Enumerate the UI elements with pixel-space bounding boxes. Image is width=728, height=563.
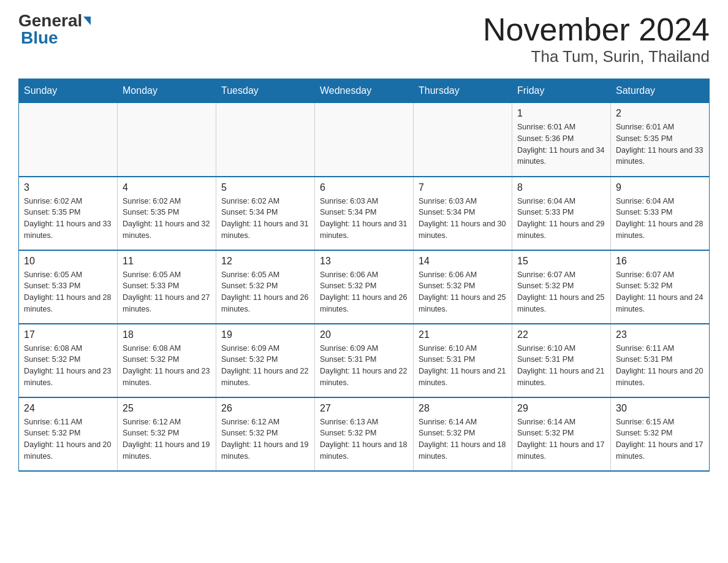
calendar-cell: 25Sunrise: 6:12 AMSunset: 5:32 PMDayligh… xyxy=(118,397,216,471)
day-info: Sunrise: 6:15 AMSunset: 5:32 PMDaylight:… xyxy=(616,416,704,462)
day-number: 24 xyxy=(24,403,112,414)
day-number: 25 xyxy=(123,403,211,414)
calendar-cell: 26Sunrise: 6:12 AMSunset: 5:32 PMDayligh… xyxy=(216,397,315,471)
calendar-cell: 27Sunrise: 6:13 AMSunset: 5:32 PMDayligh… xyxy=(315,397,414,471)
day-number: 3 xyxy=(24,182,112,193)
calendar-week-row: 10Sunrise: 6:05 AMSunset: 5:33 PMDayligh… xyxy=(19,250,710,324)
day-number: 30 xyxy=(616,403,704,414)
calendar-cell: 23Sunrise: 6:11 AMSunset: 5:31 PMDayligh… xyxy=(611,324,710,397)
page-header: General Blue November 2024 Tha Tum, Suri… xyxy=(18,12,710,66)
day-info: Sunrise: 6:08 AMSunset: 5:32 PMDaylight:… xyxy=(24,343,112,389)
day-info: Sunrise: 6:04 AMSunset: 5:33 PMDaylight:… xyxy=(517,196,605,242)
calendar-cell: 17Sunrise: 6:08 AMSunset: 5:32 PMDayligh… xyxy=(19,324,118,397)
day-info: Sunrise: 6:01 AMSunset: 5:36 PMDaylight:… xyxy=(517,121,605,167)
calendar-cell xyxy=(19,103,118,177)
day-info: Sunrise: 6:07 AMSunset: 5:32 PMDaylight:… xyxy=(517,269,605,315)
day-number: 8 xyxy=(517,182,605,193)
logo-arrow-icon xyxy=(83,17,91,25)
day-info: Sunrise: 6:07 AMSunset: 5:32 PMDaylight:… xyxy=(616,269,704,315)
calendar-cell: 22Sunrise: 6:10 AMSunset: 5:31 PMDayligh… xyxy=(512,324,611,397)
calendar-cell: 14Sunrise: 6:06 AMSunset: 5:32 PMDayligh… xyxy=(414,250,512,324)
calendar-cell: 10Sunrise: 6:05 AMSunset: 5:33 PMDayligh… xyxy=(19,250,118,324)
day-info: Sunrise: 6:05 AMSunset: 5:33 PMDaylight:… xyxy=(24,269,112,315)
calendar-cell xyxy=(118,103,216,177)
day-info: Sunrise: 6:14 AMSunset: 5:32 PMDaylight:… xyxy=(419,416,507,462)
calendar-cell: 24Sunrise: 6:11 AMSunset: 5:32 PMDayligh… xyxy=(19,397,118,471)
day-number: 13 xyxy=(320,256,408,267)
day-info: Sunrise: 6:02 AMSunset: 5:35 PMDaylight:… xyxy=(123,196,211,242)
calendar-cell: 20Sunrise: 6:09 AMSunset: 5:31 PMDayligh… xyxy=(315,324,414,397)
day-info: Sunrise: 6:05 AMSunset: 5:32 PMDaylight:… xyxy=(221,269,309,315)
weekday-header-monday: Monday xyxy=(118,79,216,103)
calendar-cell xyxy=(315,103,414,177)
day-info: Sunrise: 6:09 AMSunset: 5:31 PMDaylight:… xyxy=(320,343,408,389)
day-number: 16 xyxy=(616,256,704,267)
day-info: Sunrise: 6:03 AMSunset: 5:34 PMDaylight:… xyxy=(320,196,408,242)
day-info: Sunrise: 6:12 AMSunset: 5:32 PMDaylight:… xyxy=(123,416,211,462)
day-number: 29 xyxy=(517,403,605,414)
calendar-cell: 30Sunrise: 6:15 AMSunset: 5:32 PMDayligh… xyxy=(611,397,710,471)
calendar-cell: 2Sunrise: 6:01 AMSunset: 5:35 PMDaylight… xyxy=(611,103,710,177)
calendar-cell: 9Sunrise: 6:04 AMSunset: 5:33 PMDaylight… xyxy=(611,177,710,250)
calendar-cell: 29Sunrise: 6:14 AMSunset: 5:32 PMDayligh… xyxy=(512,397,611,471)
day-info: Sunrise: 6:11 AMSunset: 5:31 PMDaylight:… xyxy=(616,343,704,389)
location-title: Tha Tum, Surin, Thailand xyxy=(483,47,710,66)
day-info: Sunrise: 6:10 AMSunset: 5:31 PMDaylight:… xyxy=(517,343,605,389)
calendar-cell: 3Sunrise: 6:02 AMSunset: 5:35 PMDaylight… xyxy=(19,177,118,250)
day-info: Sunrise: 6:02 AMSunset: 5:35 PMDaylight:… xyxy=(24,196,112,242)
calendar-cell: 12Sunrise: 6:05 AMSunset: 5:32 PMDayligh… xyxy=(216,250,315,324)
calendar-cell: 21Sunrise: 6:10 AMSunset: 5:31 PMDayligh… xyxy=(414,324,512,397)
calendar-cell: 7Sunrise: 6:03 AMSunset: 5:34 PMDaylight… xyxy=(414,177,512,250)
weekday-header-tuesday: Tuesday xyxy=(216,79,315,103)
calendar-table: SundayMondayTuesdayWednesdayThursdayFrid… xyxy=(18,79,710,472)
day-number: 26 xyxy=(221,403,309,414)
day-number: 12 xyxy=(221,256,309,267)
calendar-cell xyxy=(414,103,512,177)
calendar-cell: 5Sunrise: 6:02 AMSunset: 5:34 PMDaylight… xyxy=(216,177,315,250)
calendar-cell: 6Sunrise: 6:03 AMSunset: 5:34 PMDaylight… xyxy=(315,177,414,250)
weekday-header-wednesday: Wednesday xyxy=(315,79,414,103)
day-info: Sunrise: 6:13 AMSunset: 5:32 PMDaylight:… xyxy=(320,416,408,462)
day-number: 23 xyxy=(616,329,704,340)
weekday-header-row: SundayMondayTuesdayWednesdayThursdayFrid… xyxy=(19,79,710,103)
calendar-cell: 4Sunrise: 6:02 AMSunset: 5:35 PMDaylight… xyxy=(118,177,216,250)
logo-general: General xyxy=(18,12,91,29)
day-number: 1 xyxy=(517,108,605,119)
day-info: Sunrise: 6:06 AMSunset: 5:32 PMDaylight:… xyxy=(419,269,507,315)
calendar-cell: 11Sunrise: 6:05 AMSunset: 5:33 PMDayligh… xyxy=(118,250,216,324)
calendar-cell: 15Sunrise: 6:07 AMSunset: 5:32 PMDayligh… xyxy=(512,250,611,324)
calendar-week-row: 1Sunrise: 6:01 AMSunset: 5:36 PMDaylight… xyxy=(19,103,710,177)
day-number: 17 xyxy=(24,329,112,340)
day-info: Sunrise: 6:10 AMSunset: 5:31 PMDaylight:… xyxy=(419,343,507,389)
calendar-week-row: 17Sunrise: 6:08 AMSunset: 5:32 PMDayligh… xyxy=(19,324,710,397)
day-info: Sunrise: 6:03 AMSunset: 5:34 PMDaylight:… xyxy=(419,196,507,242)
day-number: 11 xyxy=(123,256,211,267)
logo: General Blue xyxy=(18,12,91,47)
month-title: November 2024 xyxy=(483,12,710,47)
calendar-cell: 19Sunrise: 6:09 AMSunset: 5:32 PMDayligh… xyxy=(216,324,315,397)
day-number: 2 xyxy=(616,108,704,119)
day-number: 7 xyxy=(419,182,507,193)
calendar-cell: 28Sunrise: 6:14 AMSunset: 5:32 PMDayligh… xyxy=(414,397,512,471)
calendar-week-row: 3Sunrise: 6:02 AMSunset: 5:35 PMDaylight… xyxy=(19,177,710,250)
day-number: 15 xyxy=(517,256,605,267)
day-number: 14 xyxy=(419,256,507,267)
calendar-week-row: 24Sunrise: 6:11 AMSunset: 5:32 PMDayligh… xyxy=(19,397,710,471)
day-number: 4 xyxy=(123,182,211,193)
day-info: Sunrise: 6:05 AMSunset: 5:33 PMDaylight:… xyxy=(123,269,211,315)
calendar-cell: 18Sunrise: 6:08 AMSunset: 5:32 PMDayligh… xyxy=(118,324,216,397)
day-info: Sunrise: 6:02 AMSunset: 5:34 PMDaylight:… xyxy=(221,196,309,242)
day-info: Sunrise: 6:12 AMSunset: 5:32 PMDaylight:… xyxy=(221,416,309,462)
weekday-header-friday: Friday xyxy=(512,79,611,103)
calendar-cell: 8Sunrise: 6:04 AMSunset: 5:33 PMDaylight… xyxy=(512,177,611,250)
day-info: Sunrise: 6:08 AMSunset: 5:32 PMDaylight:… xyxy=(123,343,211,389)
day-number: 5 xyxy=(221,182,309,193)
title-section: November 2024 Tha Tum, Surin, Thailand xyxy=(483,12,710,66)
calendar-cell: 13Sunrise: 6:06 AMSunset: 5:32 PMDayligh… xyxy=(315,250,414,324)
day-number: 9 xyxy=(616,182,704,193)
day-number: 18 xyxy=(123,329,211,340)
day-number: 20 xyxy=(320,329,408,340)
day-number: 21 xyxy=(419,329,507,340)
day-number: 10 xyxy=(24,256,112,267)
calendar-cell: 1Sunrise: 6:01 AMSunset: 5:36 PMDaylight… xyxy=(512,103,611,177)
